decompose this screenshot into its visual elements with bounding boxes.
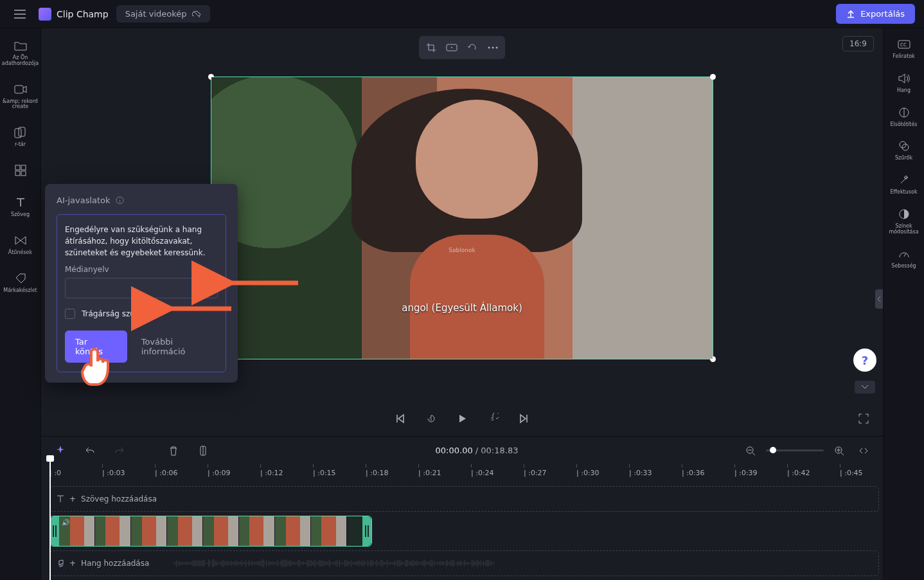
ruler-tick: | :0 bbox=[49, 464, 61, 477]
svg-point-8 bbox=[451, 47, 452, 48]
profanity-filter-checkbox[interactable] bbox=[65, 309, 75, 319]
sidebar-item-record[interactable]: &amp; rekord create bbox=[3, 78, 39, 114]
forward-5-button[interactable]: 5 bbox=[484, 410, 502, 428]
cloud-off-icon bbox=[192, 10, 201, 19]
video-track-clip[interactable]: 🔊 bbox=[49, 516, 372, 547]
panel-item-effects[interactable]: Effektusok bbox=[886, 173, 922, 195]
popup-title-row: AI-javaslatok bbox=[57, 195, 226, 205]
ruler-tick: | :0:15 bbox=[313, 464, 336, 477]
ai-suggestions-popup: AI-javaslatok Engedélyre van szükségünk … bbox=[45, 184, 238, 383]
undo-button[interactable] bbox=[81, 442, 99, 460]
aspect-ratio-button[interactable]: 16:9 bbox=[842, 36, 874, 51]
ruler-tick: | :0:27 bbox=[524, 464, 547, 477]
panel-item-speed[interactable]: Sebesség bbox=[886, 247, 922, 269]
timeline-time: 00:00.00 / 00:18.83 bbox=[224, 446, 730, 455]
rotate-button[interactable] bbox=[463, 39, 482, 57]
sidebar-item-media[interactable]: Az Ön adathordozója bbox=[3, 35, 39, 71]
ruler-tick: | :0:39 bbox=[734, 464, 758, 477]
app-name: Clip Champ bbox=[57, 9, 109, 19]
project-title: Saját videokép bbox=[125, 9, 187, 19]
profanity-filter-label: Trágárság szűrése bbox=[82, 309, 152, 318]
timeline-tracks: + Szöveg hozzáadása 🔊 + Hang hozzáadása bbox=[41, 482, 883, 580]
clip-trim-right[interactable] bbox=[362, 516, 371, 546]
delete-button[interactable] bbox=[164, 442, 182, 460]
annotation-arrow-1 bbox=[222, 273, 299, 293]
svg-point-20 bbox=[900, 141, 906, 148]
transitions-icon bbox=[13, 233, 28, 248]
right-panel-collapse[interactable] bbox=[875, 289, 883, 309]
help-collapse-button[interactable] bbox=[855, 381, 875, 394]
rewind-5-button[interactable]: 5 bbox=[422, 410, 440, 428]
text-track-placeholder: Szöveg hozzáadása bbox=[81, 494, 157, 503]
video-canvas[interactable]: Sablonok angol (Egyesült Államok) bbox=[211, 77, 713, 359]
svg-rect-3 bbox=[15, 165, 20, 170]
ruler-tick: | :0:30 bbox=[576, 464, 600, 477]
play-button[interactable] bbox=[453, 410, 471, 428]
preview-toolbar bbox=[419, 36, 505, 59]
folder-icon bbox=[13, 39, 28, 53]
app-brand: Clip Champ bbox=[39, 8, 109, 21]
playhead[interactable] bbox=[49, 459, 51, 580]
library-icon bbox=[13, 125, 28, 140]
ruler-tick: | :0:18 bbox=[366, 464, 389, 477]
project-title-chip[interactable]: Saját videokép bbox=[116, 5, 210, 23]
zoom-slider[interactable] bbox=[766, 449, 824, 451]
sidebar-item-library[interactable]: r-tár bbox=[3, 122, 39, 152]
panel-item-filters[interactable]: Szűrők bbox=[886, 139, 922, 161]
more-info-link[interactable]: További információ bbox=[141, 337, 218, 356]
panel-item-captions[interactable]: CC Feliratok bbox=[886, 37, 922, 60]
ruler-tick: | :0:06 bbox=[155, 464, 178, 477]
svg-text:5: 5 bbox=[491, 417, 493, 422]
sidebar-item-brandkit[interactable]: Márkakészlet bbox=[3, 267, 39, 298]
timeline-ruler[interactable]: | :0| :0:03| :0:06| :0:09| :0:12| :0:15|… bbox=[49, 464, 883, 482]
crop-button[interactable] bbox=[422, 39, 441, 57]
sidebar-item-text[interactable]: Szöveg bbox=[3, 192, 39, 222]
plus-icon: + bbox=[69, 494, 76, 503]
panel-item-audio[interactable]: Hang bbox=[886, 71, 922, 94]
filters-icon bbox=[897, 139, 911, 153]
export-label: Exportálás bbox=[860, 9, 905, 19]
audio-track[interactable]: + Hang hozzáadása bbox=[49, 550, 879, 576]
skip-start-button[interactable] bbox=[391, 410, 409, 428]
sidebar-label: Szöveg bbox=[11, 212, 30, 218]
panel-item-colors[interactable]: Színek módosítása bbox=[886, 207, 922, 235]
sidebar-item-templates[interactable] bbox=[3, 159, 39, 184]
sidebar-item-transitions[interactable]: Átűnések bbox=[3, 230, 39, 260]
redo-button[interactable] bbox=[111, 442, 129, 460]
skip-end-button[interactable] bbox=[515, 410, 533, 428]
sidebar-label: Átűnések bbox=[8, 250, 32, 256]
split-button[interactable] bbox=[194, 442, 212, 460]
svg-rect-6 bbox=[21, 171, 26, 176]
media-language-select[interactable] bbox=[65, 278, 218, 298]
svg-rect-4 bbox=[21, 165, 26, 170]
media-language-label: Médianyelv bbox=[65, 265, 218, 274]
ai-sparkle-button[interactable] bbox=[51, 442, 69, 460]
fit-button[interactable] bbox=[442, 39, 461, 57]
zoom-in-button[interactable] bbox=[830, 442, 848, 460]
ruler-tick: | :0:09 bbox=[208, 464, 231, 477]
overlay-small-text: Sablonok bbox=[449, 247, 475, 253]
video-frame bbox=[211, 77, 713, 359]
ruler-tick: | :0:45 bbox=[840, 464, 863, 477]
popup-body: Engedélyre van szükségünk a hang átírásá… bbox=[65, 224, 218, 258]
hamburger-menu-button[interactable] bbox=[9, 3, 31, 25]
overlay-language-text: angol (Egyesült Államok) bbox=[402, 302, 522, 314]
ruler-tick: | :0:03 bbox=[102, 464, 125, 477]
panel-item-fade[interactable]: Elsötétítés bbox=[886, 105, 922, 128]
clip-trim-left[interactable] bbox=[50, 516, 59, 546]
zoom-out-button[interactable] bbox=[742, 442, 760, 460]
zoom-fit-button[interactable] bbox=[855, 442, 873, 460]
grid-icon bbox=[13, 163, 28, 177]
svg-text:CC: CC bbox=[900, 42, 907, 48]
fullscreen-button[interactable] bbox=[855, 410, 873, 428]
popup-title: AI-javaslatok bbox=[57, 195, 111, 205]
text-track[interactable]: + Szöveg hozzáadása bbox=[49, 486, 879, 512]
export-button[interactable]: Exportálás bbox=[836, 4, 915, 24]
ruler-tick: | :0:33 bbox=[629, 464, 652, 477]
sidebar-label: r-tár bbox=[15, 142, 26, 148]
more-button[interactable] bbox=[483, 39, 502, 57]
svg-rect-0 bbox=[15, 86, 23, 93]
info-icon[interactable] bbox=[116, 196, 124, 204]
ruler-tick: | :0:12 bbox=[260, 464, 283, 477]
help-button[interactable]: ? bbox=[853, 349, 876, 372]
